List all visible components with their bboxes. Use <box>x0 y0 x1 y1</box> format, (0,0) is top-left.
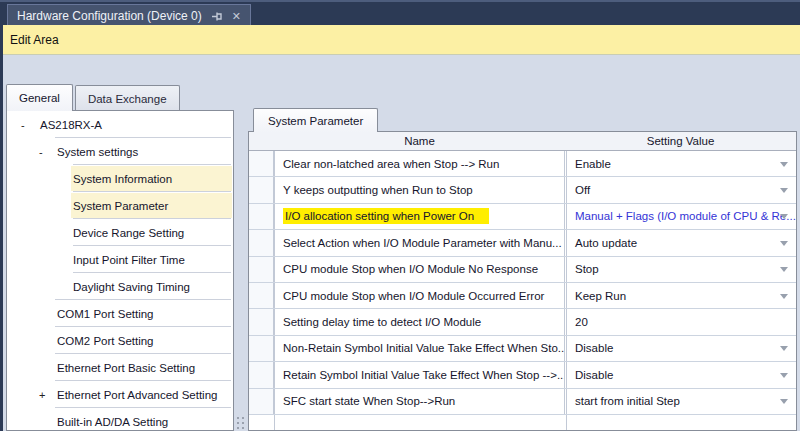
parameter-name-cell: CPU module Stop when I/O Module No Respo… <box>274 257 565 282</box>
dropdown-arrow-icon[interactable] <box>780 188 788 193</box>
dropdown-arrow-icon[interactable] <box>780 399 788 404</box>
parameter-row[interactable]: Select Action when I/O Module Parameter … <box>249 230 796 256</box>
setting-value-text: start from initial Step <box>575 395 680 407</box>
dropdown-arrow-icon[interactable] <box>780 241 788 246</box>
parameter-row[interactable]: I/O allocation setting when Power OnManu… <box>249 204 796 230</box>
tab-system-parameter[interactable]: System Parameter <box>253 108 378 132</box>
collapse-icon[interactable]: - <box>21 119 25 131</box>
dropdown-arrow-icon[interactable] <box>780 214 788 219</box>
tree-item-label: COM2 Port Setting <box>57 335 154 347</box>
row-header-cell[interactable] <box>249 389 274 414</box>
row-header-cell[interactable] <box>249 177 274 202</box>
setting-value-text: Disable <box>575 342 613 354</box>
setting-value-text: Manual + Flags (I/O module of CPU & Re..… <box>575 210 796 222</box>
grid-header-row: Name Setting Value <box>249 132 796 151</box>
tree-item-system-information[interactable]: System Information <box>7 165 233 192</box>
parameter-row[interactable]: SFC start state When Stop-->Runstart fro… <box>249 389 796 415</box>
tab-data-exchange[interactable]: Data Exchange <box>75 85 180 111</box>
setting-value-cell[interactable]: Stop <box>565 257 796 282</box>
row-header-cell[interactable] <box>249 230 274 255</box>
tree-item-label: AS218RX-A <box>40 119 102 131</box>
tab-general[interactable]: General <box>6 84 73 111</box>
tree-item-daylight-saving-timing[interactable]: Daylight Saving Timing <box>7 273 233 300</box>
tree-item-label: Daylight Saving Timing <box>73 281 190 293</box>
parameter-row[interactable]: CPU module Stop when I/O Module Occurred… <box>249 283 796 309</box>
edit-area-label: Edit Area <box>10 33 59 47</box>
setting-value-text: Auto update <box>575 237 637 249</box>
tree-item-system-settings[interactable]: -System settings <box>7 138 233 165</box>
edit-area-bar: Edit Area <box>0 25 800 55</box>
setting-value-text: Enable <box>575 158 611 170</box>
row-header-cell[interactable] <box>249 151 274 176</box>
close-icon[interactable]: ✕ <box>232 11 241 22</box>
parameter-name-cell: Clear non-latched area when Stop --> Run <box>274 151 565 176</box>
highlighted-parameter-name: I/O allocation setting when Power On <box>283 208 489 224</box>
parameter-name-cell: Non-Retain Symbol Initial Value Take Eff… <box>274 336 565 361</box>
setting-value-cell[interactable]: Keep Run <box>565 283 796 308</box>
setting-value-cell[interactable]: Off <box>565 177 796 202</box>
collapse-icon[interactable]: - <box>39 146 43 158</box>
parameter-grid: Name Setting Value Clear non-latched are… <box>248 131 797 431</box>
left-tab-strip: General Data Exchange <box>6 84 182 111</box>
parameter-row[interactable]: Setting delay time to detect I/O Module2… <box>249 309 796 335</box>
setting-value-cell[interactable]: Auto update <box>565 230 796 255</box>
parameter-name-cell: Y keeps outputting when Run to Stop <box>274 177 565 202</box>
tree-item-device-range-setting[interactable]: Device Range Setting <box>7 219 233 246</box>
expand-icon[interactable]: + <box>39 389 45 401</box>
tree-item-built-in-ad-da-setting[interactable]: Built-in AD/DA Setting <box>7 408 233 431</box>
parameter-name-cell: SFC start state When Stop-->Run <box>274 389 565 414</box>
setting-value-cell[interactable]: 20 <box>565 309 796 334</box>
tree-item-system-parameter[interactable]: System Parameter <box>7 192 233 219</box>
parameter-row[interactable]: CPU module Stop when I/O Module No Respo… <box>249 257 796 283</box>
tree-item-label: Built-in AD/DA Setting <box>57 416 168 428</box>
row-header-cell[interactable] <box>249 283 274 308</box>
setting-value-cell[interactable]: Enable <box>565 151 796 176</box>
pin-icon[interactable] <box>211 11 223 22</box>
tree-item-ethernet-port-advanced-setting[interactable]: +Ethernet Port Advanced Setting <box>7 381 233 408</box>
parameter-row[interactable]: Non-Retain Symbol Initial Value Take Eff… <box>249 336 796 362</box>
setting-value-cell[interactable]: Manual + Flags (I/O module of CPU & Re..… <box>565 204 796 229</box>
tree-item-label: System Information <box>73 173 172 185</box>
setting-value-cell[interactable]: start from initial Step <box>565 389 796 414</box>
row-header-cell[interactable] <box>249 362 274 387</box>
column-header-name[interactable]: Name <box>274 132 565 150</box>
title-bar: Hardware Configuration (Device 0) ✕ <box>0 0 800 25</box>
parameter-name-cell: Setting delay time to detect I/O Module <box>274 309 565 334</box>
parameter-row[interactable]: Retain Symbol Initial Value Take Effect … <box>249 362 796 388</box>
row-header-cell[interactable] <box>249 309 274 334</box>
setting-value-text: Disable <box>575 369 613 381</box>
setting-value-cell[interactable]: Disable <box>565 336 796 361</box>
row-header-cell[interactable] <box>249 336 274 361</box>
column-header-setting-value[interactable]: Setting Value <box>565 132 796 150</box>
dropdown-arrow-icon[interactable] <box>780 267 788 272</box>
parameter-row[interactable]: Clear non-latched area when Stop --> Run… <box>249 151 796 177</box>
document-tab-title: Hardware Configuration (Device 0) <box>17 9 202 23</box>
tree-item-com1-port-setting[interactable]: COM1 Port Setting <box>7 300 233 327</box>
row-header-cell[interactable] <box>249 204 274 229</box>
window-left-border <box>0 25 3 431</box>
tree-item-label: System Parameter <box>73 200 168 212</box>
row-header-cell[interactable] <box>249 257 274 282</box>
settings-tree-panel: -AS218RX-A-System settingsSystem Informa… <box>6 110 234 431</box>
dropdown-arrow-icon[interactable] <box>780 162 788 167</box>
tree-item-com2-port-setting[interactable]: COM2 Port Setting <box>7 327 233 354</box>
setting-value-text: Keep Run <box>575 290 626 302</box>
dropdown-arrow-icon[interactable] <box>780 346 788 351</box>
dropdown-arrow-icon[interactable] <box>780 373 788 378</box>
parameter-name-cell: CPU module Stop when I/O Module Occurred… <box>274 283 565 308</box>
tree-item-label: Ethernet Port Advanced Setting <box>57 389 217 401</box>
tree-item-ethernet-port-basic-setting[interactable]: Ethernet Port Basic Setting <box>7 354 233 381</box>
tree-item-input-point-filter-time[interactable]: Input Point Filter Time <box>7 246 233 273</box>
tree-item-label: Input Point Filter Time <box>73 254 185 266</box>
dropdown-arrow-icon[interactable] <box>780 294 788 299</box>
splitter-grip[interactable] <box>236 416 245 429</box>
tree-item-label: COM1 Port Setting <box>57 308 154 320</box>
setting-value-cell[interactable]: Disable <box>565 362 796 387</box>
tree-item-label: Device Range Setting <box>73 227 184 239</box>
setting-value-text: 20 <box>575 316 588 328</box>
tree-item-label: System settings <box>57 146 138 158</box>
parameter-name-cell: Select Action when I/O Module Parameter … <box>274 230 565 255</box>
tree-item-as218rx-a[interactable]: -AS218RX-A <box>7 111 233 138</box>
document-tab-hardware-configuration[interactable]: Hardware Configuration (Device 0) ✕ <box>7 4 251 27</box>
parameter-row[interactable]: Y keeps outputting when Run to StopOff <box>249 177 796 203</box>
